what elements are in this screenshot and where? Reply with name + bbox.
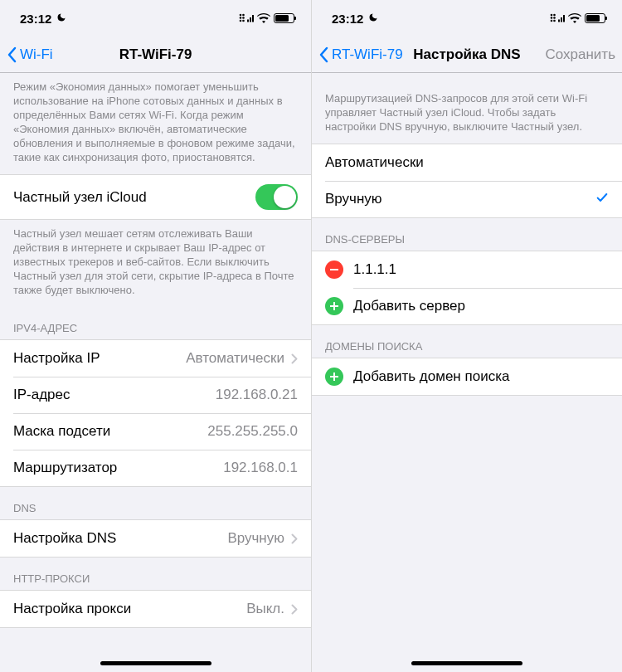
dns-settings-content[interactable]: Маршрутизацией DNS-запросов для этой сет… (312, 73, 622, 672)
status-time: 23:12 (20, 12, 51, 26)
svg-point-1 (242, 20, 245, 22)
mode-auto-row[interactable]: Автоматически (312, 144, 622, 181)
dns-mode-group: Автоматически Вручную (312, 144, 622, 218)
back-button[interactable]: RT-WiFi-79 (318, 46, 403, 63)
back-label: RT-WiFi-79 (332, 46, 403, 63)
svg-point-13 (551, 14, 553, 17)
svg-point-3 (242, 17, 245, 19)
ip-address-label: IP-адрес (13, 387, 216, 403)
dns-server-row[interactable]: 1.1.1.1 (312, 251, 622, 288)
dns-info-text: Маршрутизацией DNS-запросов для этой сет… (312, 73, 622, 144)
dnd-moon-icon (56, 12, 66, 25)
ip-address-row: IP-адрес 192.168.0.21 (0, 377, 311, 413)
search-domains-header: ДОМЕНЫ ПОИСКА (312, 325, 622, 358)
data-saver-footer: Режим «Экономия данных» помогает уменьши… (0, 73, 311, 174)
configure-proxy-row[interactable]: Настройка прокси Выкл. (0, 591, 311, 627)
mode-auto-label: Автоматически (325, 154, 609, 171)
status-time: 23:12 (332, 12, 363, 26)
router-label: Маршрутизатор (13, 460, 223, 476)
svg-rect-7 (250, 17, 251, 22)
add-server-label: Добавить сервер (353, 298, 609, 314)
configure-ip-value: Автоматически (186, 350, 284, 367)
nav-bar: RT-WiFi-79 Настройка DNS Сохранить (312, 37, 622, 73)
mode-manual-row[interactable]: Вручную (312, 181, 622, 217)
chevron-right-icon (291, 533, 298, 544)
configure-ip-label: Настройка IP (13, 350, 186, 367)
mode-manual-label: Вручную (325, 191, 595, 207)
settings-content[interactable]: Режим «Экономия данных» помогает уменьши… (0, 73, 311, 672)
svg-point-9 (551, 20, 553, 22)
private-relay-row[interactable]: Частный узел iCloud (0, 175, 311, 219)
phone-right: 23:12 RT-WiFi-79 Настройка DNS Сохранить… (311, 0, 622, 672)
back-button[interactable]: Wi-Fi (7, 46, 53, 63)
svg-point-4 (240, 14, 242, 17)
add-icon[interactable] (325, 297, 343, 315)
save-button[interactable]: Сохранить (546, 46, 615, 63)
nav-bar: Wi-Fi RT-WiFi-79 (0, 37, 311, 73)
chevron-right-icon (291, 353, 298, 364)
battery-icon (274, 13, 294, 23)
subnet-mask-row: Маска подсети 255.255.255.0 (0, 413, 311, 450)
configure-dns-label: Настройка DNS (13, 530, 227, 547)
wifi-icon (257, 13, 270, 23)
dual-sim-icon (550, 12, 565, 25)
configure-dns-row[interactable]: Настройка DNS Вручную (0, 520, 311, 557)
svg-point-11 (551, 17, 553, 19)
remove-icon[interactable] (325, 261, 343, 279)
subnet-mask-label: Маска подсети (13, 423, 207, 440)
subnet-mask-value: 255.255.255.0 (207, 423, 298, 440)
back-label: Wi-Fi (20, 46, 53, 63)
router-value: 192.168.0.1 (223, 460, 298, 476)
svg-point-0 (240, 20, 242, 22)
svg-point-12 (553, 17, 556, 19)
home-indicator[interactable] (411, 661, 522, 665)
phone-left: 23:12 Wi-Fi RT-WiFi-79 Режим «Экономия д… (0, 0, 311, 672)
dnd-moon-icon (368, 12, 378, 25)
dns-server-value: 1.1.1.1 (353, 261, 609, 278)
dns-header: DNS (0, 487, 311, 519)
ip-address-value: 192.168.0.21 (216, 387, 298, 403)
add-server-row[interactable]: Добавить сервер (312, 288, 622, 324)
status-bar: 23:12 (312, 0, 622, 37)
battery-icon (585, 13, 605, 23)
chevron-left-icon (7, 46, 17, 63)
svg-rect-15 (558, 20, 560, 22)
dns-group: Настройка DNS Вручную (0, 519, 311, 558)
svg-rect-8 (252, 15, 254, 22)
add-icon[interactable] (325, 368, 343, 386)
private-relay-footer: Частный узел мешает сетям отслеживать Ва… (0, 220, 311, 307)
ipv4-group: Настройка IP Автоматически IP-адрес 192.… (0, 339, 311, 487)
svg-point-10 (553, 20, 556, 22)
add-search-domain-label: Добавить домен поиска (353, 368, 609, 385)
wifi-icon (568, 13, 581, 23)
configure-proxy-value: Выкл. (246, 601, 284, 617)
svg-rect-17 (563, 15, 565, 22)
search-domains-group: Добавить домен поиска (312, 358, 622, 396)
configure-ip-row[interactable]: Настройка IP Автоматически (0, 340, 311, 377)
configure-dns-value: Вручную (227, 530, 284, 547)
proxy-header: HTTP-ПРОКСИ (0, 558, 311, 590)
add-search-domain-row[interactable]: Добавить домен поиска (312, 358, 622, 395)
private-relay-toggle[interactable] (255, 184, 298, 210)
dns-servers-group: 1.1.1.1 Добавить сервер (312, 251, 622, 325)
chevron-right-icon (291, 604, 298, 615)
home-indicator[interactable] (100, 661, 211, 665)
svg-point-2 (240, 17, 242, 19)
svg-rect-6 (247, 20, 249, 22)
private-relay-label: Частный узел iCloud (13, 189, 255, 206)
ipv4-header: IPV4-АДРЕС (0, 307, 311, 339)
checkmark-icon (595, 191, 609, 208)
status-bar: 23:12 (0, 0, 311, 37)
private-relay-group: Частный узел iCloud (0, 174, 311, 220)
svg-point-5 (242, 14, 245, 17)
router-row: Маршрутизатор 192.168.0.1 (0, 450, 311, 486)
proxy-group: Настройка прокси Выкл. (0, 590, 311, 628)
dual-sim-icon (239, 12, 254, 25)
svg-point-14 (553, 14, 556, 17)
chevron-left-icon (318, 46, 328, 63)
dns-servers-header: DNS-СЕРВЕРЫ (312, 218, 622, 251)
svg-rect-16 (561, 17, 562, 22)
configure-proxy-label: Настройка прокси (13, 601, 246, 617)
